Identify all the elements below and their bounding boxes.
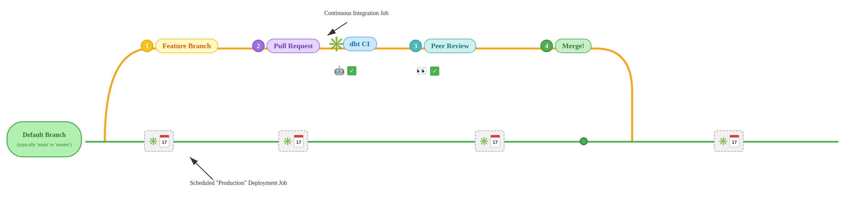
step-3-number: 3 — [409, 40, 422, 52]
dbt-ci-icon: ✳️ — [328, 35, 346, 53]
step-1-label: Feature Branch — [155, 39, 218, 53]
check-badge-1: ✓ — [347, 66, 356, 75]
dbt-ci-label: dbt CI — [343, 37, 377, 51]
step-peer-review: 3 Peer Review — [409, 39, 476, 53]
step-4-label: Merge! — [555, 39, 592, 53]
step-2-label: Pull Request — [267, 39, 320, 53]
calendar-badge-2: 17 — [294, 137, 304, 147]
step-4-number: 4 — [540, 40, 553, 52]
dbt-job-icon-1: ✳️ — [148, 137, 158, 146]
calendar-badge-4: 17 — [730, 137, 739, 147]
dbt-job-icon-3: ✳️ — [479, 137, 489, 146]
dbt-job-icon-4: ✳️ — [718, 137, 728, 146]
dbt-ci-emoji-row: 🤖 ✓ — [334, 66, 356, 76]
dbt-job-icon-2: ✳️ — [283, 137, 292, 146]
step-2-number: 2 — [252, 40, 265, 52]
job-icon-4: ✳️ 17 — [714, 130, 744, 152]
step-1-number: 1 — [141, 40, 153, 52]
job-icon-3: ✳️ 17 — [475, 130, 504, 152]
step-3-label: Peer Review — [424, 39, 476, 53]
step-merge: 4 Merge! — [540, 39, 592, 53]
diagram-container: Default Branch (typically 'main' or 'mas… — [0, 0, 868, 215]
job-icon-1: ✳️ 17 — [144, 130, 174, 152]
job-icon-2: ✳️ 17 — [278, 130, 308, 152]
path-svg — [0, 0, 868, 215]
step-feature-branch: 1 Feature Branch — [141, 39, 218, 53]
calendar-badge-1: 17 — [159, 137, 169, 147]
robot-emoji: 🤖 — [334, 66, 345, 76]
step-pull-request: 2 Pull Request — [252, 39, 320, 53]
calendar-badge-3: 17 — [490, 137, 500, 147]
ci-job-label: Continuous Integration Job — [324, 10, 389, 17]
step-dbt-ci: ✳️ dbt CI — [328, 35, 377, 53]
peer-review-emoji-row: 👀 ✓ — [416, 66, 439, 76]
scheduled-job-label: Scheduled "Production" Deployment Job — [190, 180, 287, 186]
check-badge-2: ✓ — [430, 66, 439, 76]
eyes-emoji: 👀 — [416, 66, 428, 76]
default-branch-label: Default Branch (typically 'main' or 'mas… — [17, 130, 71, 149]
merge-dot — [580, 137, 588, 145]
default-branch-box: Default Branch (typically 'main' or 'mas… — [6, 121, 82, 157]
